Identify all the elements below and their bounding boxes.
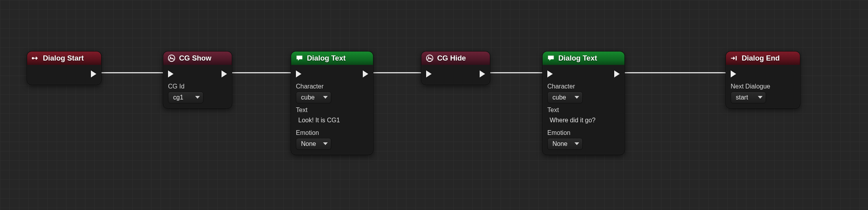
dropdown-next-dialogue[interactable]: start: [731, 92, 766, 103]
svg-point-7: [170, 57, 171, 58]
node-cg-hide[interactable]: CG Hide: [421, 51, 490, 85]
field-label-emotion: Emotion: [296, 129, 368, 136]
field-label-character: Character: [547, 83, 620, 90]
node-dialog-start[interactable]: Dialog Start: [27, 51, 102, 85]
field-text-value: Look! It is CG1: [296, 115, 368, 126]
node-header[interactable]: Dialog End: [726, 52, 800, 65]
chevron-down-icon: [758, 96, 763, 99]
exec-output-pin[interactable]: [91, 70, 96, 77]
node-header[interactable]: Dialog Text: [291, 52, 373, 65]
chevron-down-icon: [323, 143, 328, 146]
exec-output-pin[interactable]: [222, 70, 227, 77]
dropdown-value: cube: [552, 94, 566, 101]
node-title: Dialog Start: [43, 54, 84, 63]
node-dialog-end[interactable]: Dialog End Next Dialogue start: [726, 51, 800, 109]
node-title: CG Hide: [437, 54, 466, 63]
field-label-character: Character: [296, 83, 368, 90]
node-title: CG Show: [179, 54, 211, 63]
node-dialog-text-2[interactable]: Dialog Text Character cube Text Where di…: [542, 51, 625, 155]
node-cg-show[interactable]: CG Show CG Id cg1: [163, 51, 232, 109]
dropdown-cgid[interactable]: cg1: [168, 92, 203, 103]
chevron-down-icon: [195, 96, 200, 99]
dropdown-value: None: [301, 140, 316, 147]
exec-input-pin[interactable]: [426, 70, 432, 77]
node-graph-canvas[interactable]: Dialog Start CG Show CG Id cg1: [0, 0, 868, 210]
field-text-value: Where did it go?: [547, 115, 620, 126]
exec-output-pin[interactable]: [480, 70, 485, 77]
exec-input-pin[interactable]: [168, 70, 174, 77]
dropdown-value: cube: [301, 94, 315, 101]
field-label-text: Text: [547, 107, 620, 114]
field-label-text: Text: [296, 107, 368, 114]
dropdown-value: start: [736, 94, 748, 101]
exec-output-pin[interactable]: [363, 70, 368, 77]
field-label-next-dialogue: Next Dialogue: [731, 83, 795, 90]
node-title: Dialog Text: [307, 54, 345, 63]
node-title: Dialog Text: [558, 54, 597, 63]
node-header[interactable]: CG Show: [163, 52, 232, 65]
node-header[interactable]: Dialog Start: [27, 52, 101, 65]
dropdown-value: None: [552, 140, 567, 147]
dropdown-value: cg1: [173, 94, 183, 101]
dropdown-character[interactable]: cube: [547, 92, 583, 103]
dropdown-emotion[interactable]: None: [547, 138, 583, 150]
node-header[interactable]: CG Hide: [421, 52, 490, 65]
chevron-down-icon: [323, 96, 328, 99]
svg-point-9: [428, 57, 429, 58]
field-label-emotion: Emotion: [547, 129, 620, 136]
svg-point-5: [32, 57, 34, 59]
exec-input-pin[interactable]: [731, 70, 736, 77]
exec-input-pin[interactable]: [547, 70, 553, 77]
exec-output-pin[interactable]: [614, 70, 620, 77]
exec-input-pin[interactable]: [296, 70, 301, 77]
node-header[interactable]: Dialog Text: [543, 52, 624, 65]
dropdown-emotion[interactable]: None: [296, 138, 331, 150]
speech-bubble-icon: [547, 54, 555, 63]
svg-rect-10: [736, 56, 737, 61]
image-icon: [425, 54, 434, 63]
speech-bubble-icon: [295, 54, 304, 63]
field-label-cgid: CG Id: [168, 83, 227, 90]
chevron-down-icon: [574, 96, 579, 99]
image-icon: [167, 54, 176, 63]
dropdown-character[interactable]: cube: [296, 92, 331, 103]
flow-end-icon: [730, 54, 739, 63]
chevron-down-icon: [574, 143, 579, 146]
node-dialog-text-1[interactable]: Dialog Text Character cube Text Look! It…: [291, 51, 373, 155]
node-title: Dialog End: [742, 54, 780, 63]
flow-start-icon: [31, 54, 40, 63]
